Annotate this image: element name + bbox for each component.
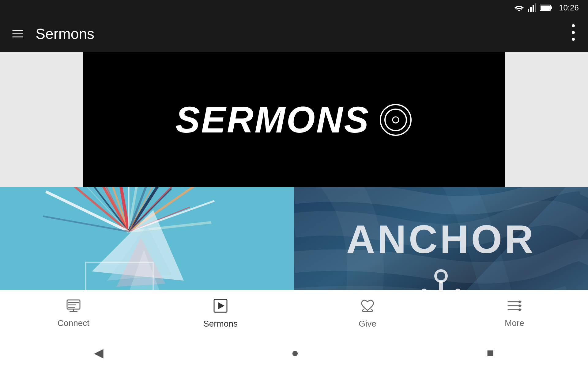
svg-rect-4: [535, 3, 536, 12]
sermons-logo-icon: [379, 103, 413, 136]
connect-label: Connect: [58, 318, 89, 328]
status-time: 10:26: [559, 3, 579, 13]
svg-rect-3: [533, 5, 534, 12]
svg-rect-1: [528, 9, 529, 12]
svg-point-10: [572, 38, 575, 41]
svg-marker-56: [218, 302, 224, 309]
give-icon: [360, 299, 375, 316]
nav-item-sermons[interactable]: Sermons: [147, 299, 294, 329]
svg-rect-6: [551, 6, 552, 9]
battery-icon: [540, 4, 552, 11]
recent-button[interactable]: ■: [487, 346, 494, 360]
svg-point-9: [572, 31, 575, 34]
nav-item-more[interactable]: More: [441, 299, 588, 328]
svg-point-60: [518, 301, 521, 303]
system-nav-bar: ◀ ● ■: [0, 337, 588, 368]
svg-rect-2: [530, 7, 532, 12]
wifi-icon: [514, 4, 524, 11]
sermons-icon: [213, 299, 228, 316]
more-label: More: [505, 318, 524, 328]
svg-point-13: [393, 117, 399, 123]
status-bar: 10:26: [0, 0, 588, 15]
svg-point-61: [518, 305, 521, 307]
home-button[interactable]: ●: [291, 346, 299, 360]
hero-title-text: SERMONS: [175, 98, 370, 141]
hamburger-menu-icon[interactable]: [12, 30, 23, 37]
give-label: Give: [359, 319, 376, 329]
side-right-panel: [505, 52, 588, 187]
svg-point-12: [385, 109, 406, 131]
sermons-label: Sermons: [203, 319, 238, 329]
hero-banner[interactable]: SERMONS: [83, 52, 505, 187]
page-title: Sermons: [36, 25, 571, 42]
nav-item-connect[interactable]: Connect: [0, 299, 147, 328]
more-icon: [507, 299, 522, 315]
more-options-icon[interactable]: [571, 23, 576, 44]
svg-rect-7: [541, 6, 550, 10]
svg-text:ANCHOR: ANCHOR: [346, 217, 536, 262]
svg-point-62: [518, 309, 521, 311]
svg-point-8: [572, 24, 575, 27]
status-icons: 10:26: [514, 3, 579, 13]
back-button[interactable]: ◀: [94, 346, 104, 360]
connect-icon: [66, 299, 81, 315]
nav-item-give[interactable]: Give: [294, 299, 441, 329]
svg-point-0: [518, 10, 520, 11]
signal-icon: [528, 3, 536, 12]
bottom-nav: Connect Sermons Give: [0, 290, 588, 337]
content-area: SERMONS: [0, 52, 588, 319]
hero-title: SERMONS: [175, 98, 413, 141]
side-left-panel: [0, 52, 83, 187]
app-bar: Sermons: [0, 15, 588, 52]
